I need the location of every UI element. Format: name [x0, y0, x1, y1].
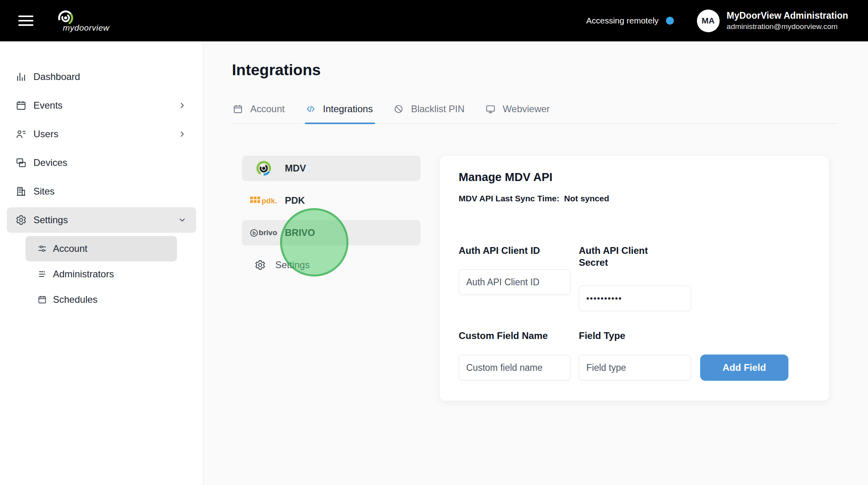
- sidebar-subitem-schedules[interactable]: Schedules: [25, 287, 177, 312]
- sidebar-subitem-account[interactable]: Account: [25, 236, 177, 261]
- calendar-icon: [37, 295, 48, 304]
- sidebar-item-label: Dashboard: [33, 71, 80, 82]
- sidebar-item-users[interactable]: Users: [7, 121, 196, 147]
- monitor-icon: [485, 104, 496, 114]
- list-icon: [37, 269, 48, 279]
- mydoorview-logo: mydoorview: [56, 4, 132, 37]
- sliders-icon: [37, 244, 48, 253]
- calendar-icon: [15, 99, 27, 111]
- sidebar-item-label: Events: [33, 100, 62, 111]
- client-id-label: Auth API Client ID: [459, 245, 540, 257]
- tab-account[interactable]: Account: [232, 103, 287, 123]
- integration-label: PDK: [285, 195, 305, 206]
- block-icon: [393, 104, 404, 114]
- sidebar-item-sites[interactable]: Sites: [7, 179, 196, 204]
- brivo-logo-icon: b brivo: [253, 228, 274, 237]
- tab-label: Account: [250, 103, 285, 115]
- field-type-label: Field Type: [579, 330, 625, 342]
- dashboard-icon: [15, 71, 27, 83]
- chevron-right-icon: [178, 101, 187, 110]
- sidebar-item-label: Devices: [33, 157, 67, 168]
- client-secret-label: Auth API Client Secret: [579, 245, 666, 269]
- sidebar-subitem-label: Account: [53, 243, 88, 254]
- devices-icon: [15, 157, 27, 169]
- client-secret-input[interactable]: [579, 286, 691, 311]
- sidebar-item-label: Settings: [33, 214, 68, 226]
- sync-status-value: Not synced: [564, 194, 609, 203]
- sidebar-item-label: Sites: [33, 186, 54, 197]
- integration-label: Settings: [275, 259, 310, 271]
- tab-label: Blacklist PIN: [411, 103, 465, 115]
- status-indicator-dot: [666, 17, 674, 25]
- sidebar: Dashboard Events Users Devices Sites: [0, 41, 203, 485]
- topbar: mydoorview Accessing remotely MA MyDoorV…: [0, 0, 868, 41]
- sidebar-item-dashboard[interactable]: Dashboard: [7, 64, 196, 90]
- integration-item-brivo[interactable]: b brivo BRIVO: [242, 220, 420, 245]
- manage-mdv-api-panel: Manage MDV API MDV API Last Sync Time: N…: [439, 155, 829, 401]
- user-info: MyDoorView Administration administration…: [727, 10, 848, 32]
- calendar-icon: [233, 104, 243, 114]
- gear-icon: [254, 259, 267, 271]
- panel-title: Manage MDV API: [459, 171, 553, 184]
- sidebar-item-settings[interactable]: Settings: [7, 207, 196, 233]
- sidebar-item-devices[interactable]: Devices: [7, 150, 196, 175]
- sync-status: MDV API Last Sync Time: Not synced: [459, 194, 609, 203]
- remote-status-text: Accessing remotely: [586, 16, 658, 25]
- tab-label: Webviewer: [503, 103, 550, 115]
- user-name: MyDoorView Administration: [727, 10, 848, 22]
- menu-icon[interactable]: [18, 16, 33, 26]
- integration-label: MDV: [285, 163, 306, 174]
- sidebar-item-label: Users: [33, 129, 58, 140]
- logo-text: mydoorview: [63, 23, 109, 33]
- tab-bar: Account Integrations Blacklist PIN Webvi…: [232, 103, 837, 124]
- tab-integrations[interactable]: Integrations: [305, 103, 375, 123]
- tab-blacklist-pin[interactable]: Blacklist PIN: [393, 103, 467, 123]
- integration-list: MDV pdk. PDK b brivo BRIVO Settings: [242, 156, 420, 284]
- tab-label: Integrations: [323, 103, 373, 115]
- sidebar-subitem-label: Administrators: [53, 269, 114, 280]
- custom-field-input[interactable]: [459, 355, 570, 380]
- gear-icon: [15, 214, 27, 226]
- field-type-input[interactable]: [579, 355, 691, 380]
- avatar[interactable]: MA: [697, 10, 720, 32]
- chevron-down-icon: [178, 216, 187, 224]
- integration-item-pdk[interactable]: pdk. PDK: [242, 188, 420, 213]
- code-icon: [306, 104, 316, 114]
- page-title: Integrations: [232, 61, 868, 79]
- add-field-button[interactable]: Add Field: [700, 354, 788, 381]
- user-email: administration@mydoorview.com: [727, 22, 848, 32]
- main-content: Integrations Account Integrations Blackl…: [203, 41, 868, 485]
- integration-label: BRIVO: [285, 227, 315, 238]
- tab-webviewer[interactable]: Webviewer: [485, 103, 552, 123]
- sites-icon: [15, 185, 27, 197]
- sidebar-subitem-administrators[interactable]: Administrators: [25, 261, 177, 287]
- integration-item-settings[interactable]: Settings: [242, 252, 420, 278]
- pdk-logo-icon: pdk.: [253, 197, 274, 205]
- integration-item-mdv[interactable]: MDV: [242, 156, 420, 181]
- client-id-input[interactable]: [459, 269, 570, 295]
- sidebar-subitem-label: Schedules: [53, 294, 97, 305]
- chevron-right-icon: [178, 130, 187, 138]
- custom-field-name-label: Custom Field Name: [459, 330, 548, 342]
- users-icon: [15, 128, 27, 140]
- sidebar-item-events[interactable]: Events: [7, 93, 196, 118]
- sync-status-label: MDV API Last Sync Time:: [459, 194, 559, 203]
- mdv-logo-icon: [253, 160, 274, 177]
